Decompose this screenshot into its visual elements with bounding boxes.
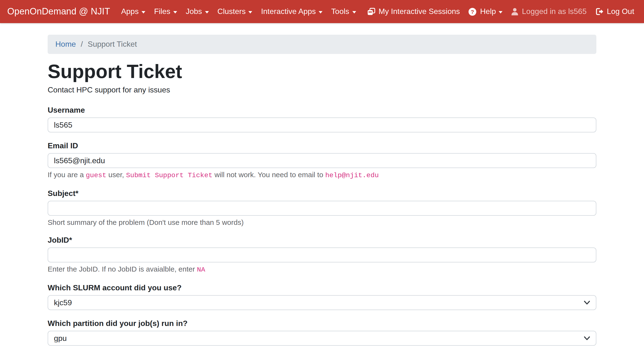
nav-jobs-label: Jobs [186, 7, 202, 16]
caret-down-icon [205, 11, 209, 13]
breadcrumb-current: Support Ticket [88, 38, 137, 50]
main-content: Home / Support Ticket Support Ticket Con… [40, 35, 604, 346]
navbar-right-group: ? Help Logged in as ls565 [464, 7, 638, 16]
subject-label: Subject* [48, 188, 596, 199]
nav-apps-label: Apps [121, 7, 138, 16]
code-submit-support-ticket: Submit Support Ticket [126, 172, 212, 179]
slurm-account-group: Which SLURM account did you use? kjc59 [48, 283, 596, 310]
top-navbar: OpenOnDemand @ NJIT Apps Files Jobs Clus… [0, 0, 644, 23]
window-restore-icon [367, 8, 375, 16]
nav-interactive-apps[interactable]: Interactive Apps [257, 7, 327, 16]
nav-my-interactive-sessions[interactable]: My Interactive Sessions [360, 7, 464, 16]
logged-in-label: Logged in as ls565 [522, 7, 587, 16]
jobid-label: JobID* [48, 235, 596, 246]
nav-clusters-label: Clusters [217, 7, 246, 16]
nav-files[interactable]: Files [150, 7, 182, 16]
caret-down-icon [352, 11, 356, 13]
brand-link[interactable]: OpenOnDemand @ NJIT [7, 6, 110, 17]
nav-logout[interactable]: Log Out [591, 7, 638, 16]
partition-group: Which partition did your job(s) run in? … [48, 318, 596, 346]
breadcrumb: Home / Support Ticket [48, 35, 596, 54]
email-help-text: If you are a guest user, Submit Support … [48, 170, 596, 180]
nav-my-interactive-sessions-label: My Interactive Sessions [378, 7, 460, 16]
username-label: Username [48, 105, 596, 116]
caret-down-icon [173, 11, 177, 13]
username-input[interactable] [48, 118, 596, 132]
username-group: Username [48, 105, 596, 132]
question-circle-icon: ? [468, 8, 477, 16]
nav-apps[interactable]: Apps [117, 7, 150, 16]
code-na: NA [197, 266, 205, 274]
sign-out-icon [595, 8, 603, 16]
jobid-help-text: Enter the JobID. If no JobID is avaialbl… [48, 264, 596, 274]
breadcrumb-separator: / [76, 38, 88, 50]
nav-files-label: Files [154, 7, 170, 16]
jobid-group: JobID* Enter the JobID. If no JobID is a… [48, 235, 596, 274]
slurm-account-label: Which SLURM account did you use? [48, 283, 596, 293]
support-ticket-form: Username Email ID If you are a guest use… [48, 105, 596, 346]
subject-group: Subject* Short summary of the problem (D… [48, 188, 596, 227]
caret-down-icon [499, 11, 503, 13]
nav-tools-label: Tools [331, 7, 349, 16]
page-title: Support Ticket [48, 61, 596, 82]
caret-down-icon [248, 11, 252, 13]
code-help-email: help@njit.edu [325, 172, 379, 179]
nav-help-label: Help [480, 7, 496, 16]
page: OpenOnDemand @ NJIT Apps Files Jobs Clus… [0, 0, 644, 351]
nav-logout-label: Log Out [607, 7, 634, 16]
jobid-input[interactable] [48, 248, 596, 262]
email-group: Email ID If you are a guest user, Submit… [48, 140, 596, 180]
nav-clusters[interactable]: Clusters [213, 7, 256, 16]
subject-input[interactable] [48, 201, 596, 216]
slurm-account-select[interactable]: kjc59 [48, 295, 596, 310]
caret-down-icon [142, 11, 145, 13]
caret-down-icon [319, 11, 322, 13]
partition-label: Which partition did your job(s) run in? [48, 318, 596, 329]
nav-tools[interactable]: Tools [327, 7, 360, 16]
svg-text:?: ? [471, 8, 474, 15]
page-subtitle: Contact HPC support for any issues [48, 85, 596, 95]
email-input[interactable] [48, 153, 596, 168]
breadcrumb-home-link[interactable]: Home [55, 38, 76, 50]
nav-interactive-apps-label: Interactive Apps [261, 7, 316, 16]
partition-select[interactable]: gpu [48, 331, 596, 346]
user-icon [512, 8, 518, 16]
nav-help[interactable]: ? Help [464, 7, 507, 16]
nav-jobs[interactable]: Jobs [182, 7, 213, 16]
logged-in-status: Logged in as ls565 [507, 7, 591, 16]
email-label: Email ID [48, 140, 596, 151]
subject-help-text: Short summary of the problem (Don't use … [48, 218, 596, 227]
code-guest: guest [86, 172, 106, 179]
